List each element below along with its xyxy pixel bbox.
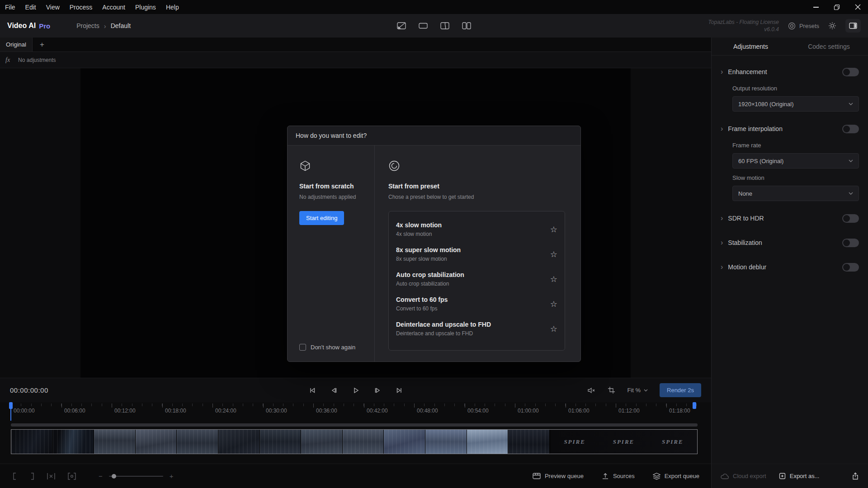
presets-button[interactable]: Presets — [788, 22, 819, 30]
enhancement-toggle[interactable] — [842, 68, 859, 76]
preset-list: 4x slow motion 4x slow motion ☆ 8x super… — [388, 211, 565, 351]
favorite-star-icon[interactable]: ☆ — [550, 250, 557, 258]
favorite-star-icon[interactable]: ☆ — [550, 225, 557, 234]
license-info: TopazLabs - Floating License v6.0.4 — [708, 19, 779, 33]
dont-show-again-checkbox[interactable] — [299, 344, 306, 351]
filmstrip-thumbnail[interactable] — [53, 430, 94, 454]
mute-icon[interactable] — [587, 387, 596, 394]
favorite-star-icon[interactable]: ☆ — [550, 300, 557, 308]
frame-interpolation-toggle[interactable] — [842, 125, 859, 133]
cloud-export-button[interactable]: Cloud export — [721, 473, 766, 479]
panel-toggle-button[interactable] — [845, 19, 861, 33]
view-split-vertical-icon[interactable] — [440, 22, 449, 29]
favorite-star-icon[interactable]: ☆ — [550, 275, 557, 283]
panel-content: › Enhancement Output resolution 1920×108… — [712, 56, 868, 464]
zoom-out-button[interactable]: − — [99, 472, 103, 480]
timeline-tick: 00:54:00 — [465, 404, 465, 408]
filmstrip-thumbnail[interactable] — [508, 430, 550, 454]
motion-deblur-toggle[interactable] — [842, 263, 859, 272]
skip-end-button[interactable] — [395, 386, 403, 394]
filmstrip-thumbnail[interactable] — [94, 430, 136, 454]
sources-button[interactable]: Sources — [602, 473, 635, 480]
filmstrip-thumbnail[interactable] — [177, 430, 218, 454]
slow-motion-dropdown[interactable]: None — [732, 186, 859, 201]
start-editing-button[interactable]: Start editing — [299, 211, 344, 225]
timeline-zoom-slider[interactable] — [109, 476, 163, 477]
export-as-button[interactable]: Export as... — [779, 473, 820, 479]
section-sdr-to-hdr[interactable]: › SDR to HDR — [721, 211, 859, 225]
filmstrip-thumbnail[interactable] — [301, 430, 343, 454]
filmstrip-thumbnail[interactable] — [11, 430, 53, 454]
timeline-scrollbar[interactable] — [11, 423, 698, 427]
settings-button[interactable] — [828, 22, 836, 30]
maximize-button[interactable] — [826, 0, 847, 14]
pro-badge: Pro — [39, 22, 50, 30]
output-resolution-dropdown[interactable]: 868×488 (Original) — [732, 96, 859, 112]
section-frame-interpolation[interactable]: › Frame interpolation — [721, 122, 859, 136]
preset-row[interactable]: 8x super slow motion 8x super slow motio… — [389, 242, 565, 267]
favorite-star-icon[interactable]: ☆ — [550, 325, 557, 333]
menu-account[interactable]: Account — [97, 0, 130, 14]
tab-codec-settings[interactable]: Codec settings — [790, 38, 868, 55]
filmstrip-thumbnail[interactable] — [343, 430, 384, 454]
tab-adjustments[interactable]: Adjustments — [712, 38, 790, 55]
view-split-diagonal-icon[interactable] — [397, 22, 406, 29]
filmstrip[interactable]: SPIRE SPIRE SPIRE — [11, 429, 698, 454]
filmstrip-thumbnail[interactable] — [425, 430, 467, 454]
menu-edit[interactable]: Edit — [20, 0, 41, 14]
trim-in-icon[interactable] — [12, 472, 18, 480]
timeline-playhead[interactable] — [9, 402, 13, 409]
filmstrip-spire-section[interactable]: SPIRE SPIRE SPIRE — [550, 430, 697, 454]
section-enhancement[interactable]: › Enhancement — [721, 65, 859, 79]
render-button[interactable]: Render 2s — [660, 383, 701, 397]
filmstrip-thumbnail[interactable] — [136, 430, 177, 454]
section-stabilization[interactable]: › Stabilization — [721, 235, 859, 250]
zoom-in-button[interactable]: + — [170, 472, 174, 480]
loop-section-icon[interactable] — [67, 472, 77, 480]
dont-show-again-row[interactable]: Don't show again — [299, 344, 368, 351]
section-motion-deblur[interactable]: › Motion deblur — [721, 260, 859, 274]
remove-section-icon[interactable] — [46, 472, 56, 480]
stabilization-toggle[interactable] — [842, 239, 859, 247]
filmstrip-thumbnail[interactable] — [467, 430, 509, 454]
timeline-tick: 00:18:00 — [162, 404, 163, 408]
breadcrumb-projects[interactable]: Projects — [76, 22, 99, 29]
filmstrip-thumbnail[interactable] — [384, 430, 425, 454]
preset-row[interactable]: Deinterlace and upscale to FHD Deinterla… — [389, 316, 565, 341]
step-back-button[interactable] — [330, 386, 338, 394]
frame-rate-dropdown[interactable]: 60 FPS (Original) — [732, 153, 859, 169]
preview-queue-button[interactable]: Preview queue — [533, 473, 584, 480]
menu-view[interactable]: View — [41, 0, 65, 14]
crop-icon[interactable] — [608, 386, 615, 394]
menu-process[interactable]: Process — [65, 0, 98, 14]
menu-help[interactable]: Help — [161, 0, 184, 14]
menu-file[interactable]: File — [0, 0, 20, 14]
close-button[interactable] — [847, 0, 868, 14]
play-button[interactable] — [352, 386, 360, 394]
preset-row[interactable]: Convert to 60 fps Convert to 60 fps ☆ — [389, 291, 565, 316]
preset-row[interactable]: Auto crop stabilization Auto crop stabil… — [389, 267, 565, 291]
tab-original[interactable]: Original — [0, 38, 33, 52]
breadcrumb-current[interactable]: Default — [111, 22, 131, 29]
share-button[interactable] — [852, 472, 859, 480]
sdr-toggle[interactable] — [842, 214, 859, 223]
step-forward-button[interactable] — [373, 386, 382, 394]
trim-out-icon[interactable] — [29, 472, 35, 480]
filmstrip-thumbnail[interactable] — [218, 430, 260, 454]
preset-row[interactable]: 4x slow motion 4x slow motion ☆ — [389, 217, 565, 242]
minimize-button[interactable] — [806, 0, 826, 14]
add-tab-button[interactable]: + — [33, 38, 52, 52]
chevron-down-icon — [644, 389, 648, 392]
slow-motion-label: Slow motion — [732, 174, 859, 181]
view-side-by-side-icon[interactable] — [462, 22, 471, 29]
filmstrip-thumbnails — [11, 430, 550, 454]
menu-plugins[interactable]: Plugins — [130, 0, 161, 14]
filmstrip-thumbnail[interactable] — [260, 430, 302, 454]
export-queue-button[interactable]: Export queue — [653, 473, 699, 480]
slider-knob[interactable] — [112, 474, 116, 479]
playback-right-tools: Fit % Render 2s — [587, 383, 701, 397]
timeline-end-marker[interactable] — [693, 402, 696, 409]
zoom-fit-dropdown[interactable]: Fit % — [627, 387, 648, 394]
skip-start-button[interactable] — [308, 386, 316, 394]
view-single-icon[interactable] — [419, 22, 428, 29]
